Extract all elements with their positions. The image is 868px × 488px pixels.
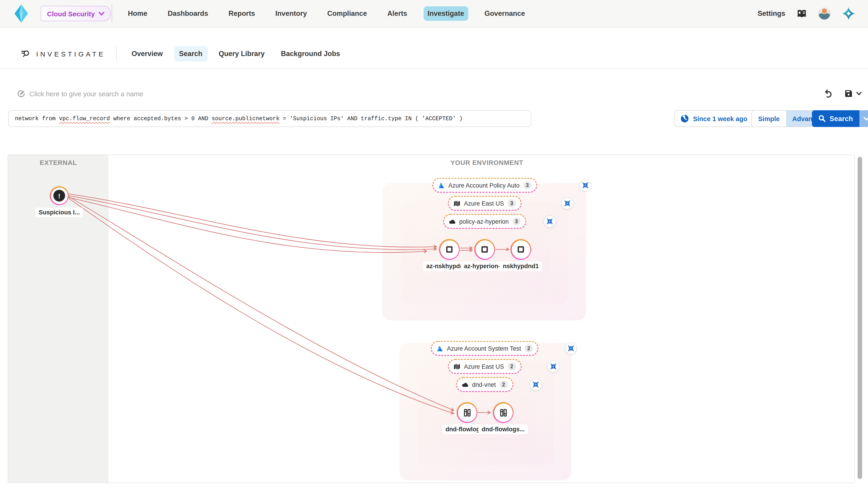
- count-badge: 3: [523, 181, 531, 189]
- top-nav-right: Settings: [758, 7, 855, 20]
- collapse-group-button[interactable]: [544, 215, 556, 228]
- graph-node-flowlogs[interactable]: [493, 402, 514, 423]
- count-badge: 2: [525, 344, 533, 352]
- org-star-logo-icon[interactable]: [842, 7, 855, 20]
- tab-search[interactable]: Search: [174, 46, 207, 61]
- query-input[interactable]: network from vpc.flow_record where accep…: [8, 110, 531, 127]
- tab-query-library[interactable]: Query Library: [214, 46, 270, 61]
- flow-logs-icon: [499, 408, 507, 417]
- section-title: INVESTIGATE: [36, 50, 105, 58]
- group-pill-region[interactable]: Azure East US 2: [449, 360, 520, 373]
- collapse-group-button[interactable]: [547, 360, 559, 372]
- collapse-group-button[interactable]: [561, 197, 574, 209]
- vm-square-icon: [480, 246, 489, 254]
- vm-square-icon: [445, 246, 454, 254]
- flow-logs-icon: [463, 408, 471, 417]
- group-pill-vnet[interactable]: policy-az-hyperion 3: [444, 215, 525, 228]
- nav-item-reports[interactable]: Reports: [224, 6, 259, 21]
- settings-link[interactable]: Settings: [758, 9, 785, 18]
- nav-item-compliance[interactable]: Compliance: [323, 6, 371, 21]
- count-badge: 2: [508, 362, 516, 370]
- group-pill-vnet[interactable]: dnd-vnet 2: [457, 378, 512, 391]
- lacework-logo-icon: [13, 4, 29, 23]
- investigate-tabs: Overview Search Query Library Background…: [127, 46, 345, 61]
- edit-pencil-icon: [17, 90, 25, 98]
- search-options-caret[interactable]: [859, 110, 868, 127]
- graph-node-vm[interactable]: [474, 239, 495, 260]
- external-title: EXTERNAL: [40, 159, 77, 166]
- external-suspicious-ips-node[interactable]: !: [50, 186, 69, 205]
- docs-book-icon[interactable]: [797, 9, 807, 18]
- undo-icon[interactable]: [824, 89, 833, 98]
- azure-icon: [438, 182, 445, 189]
- nav-item-alerts[interactable]: Alerts: [383, 6, 411, 21]
- divider: [116, 46, 117, 61]
- graph-node-vm[interactable]: [510, 239, 531, 260]
- top-nav: Cloud Security Home Dashboards Reports I…: [0, 0, 868, 28]
- nav-item-governance[interactable]: Governance: [480, 6, 529, 21]
- alert-exclamation-icon: !: [53, 190, 65, 201]
- count-badge: 3: [513, 217, 521, 225]
- save-search-button[interactable]: [844, 89, 862, 98]
- group-pill-azure-account[interactable]: Azure Account Policy Auto 3: [433, 179, 536, 192]
- clock-icon: [680, 114, 689, 123]
- cloud-icon: [462, 381, 468, 388]
- chevron-down-icon: [98, 11, 104, 15]
- cloud-icon: [449, 218, 456, 225]
- nav-item-investigate[interactable]: Investigate: [423, 6, 468, 21]
- search-icon: [818, 115, 826, 123]
- collapse-arrows-icon: [546, 218, 553, 225]
- nav-item-inventory[interactable]: Inventory: [271, 6, 311, 21]
- query-token: = 'Suspicious IPs' AND traffic.type IN (…: [279, 116, 463, 122]
- cloud-security-app: Cloud Security Home Dashboards Reports I…: [0, 0, 868, 488]
- collapse-group-button[interactable]: [565, 342, 577, 355]
- group-pill-label: Azure Account System Test: [447, 345, 521, 352]
- node-label: dnd-flowlogs...: [478, 424, 528, 434]
- query-token-unknown-field: source.publicnetwork: [212, 116, 279, 122]
- search-name-field[interactable]: Click here to give your search a name: [17, 90, 143, 98]
- group-pill-label: Azure Account Policy Auto: [448, 182, 520, 189]
- graph-node-vm[interactable]: [439, 239, 460, 260]
- group-pill-azure-account[interactable]: Azure Account System Test 2: [432, 342, 537, 355]
- group-pill-label: dnd-vnet: [472, 381, 496, 388]
- search-button[interactable]: Search: [812, 110, 859, 127]
- primary-nav: Home Dashboards Reports Inventory Compli…: [124, 6, 529, 21]
- tab-overview[interactable]: Overview: [127, 46, 168, 61]
- group-pill-label: policy-az-hyperion: [459, 218, 508, 225]
- count-badge: 3: [508, 199, 516, 207]
- graph-canvas[interactable]: EXTERNAL YOUR ENVIRONMENT: [8, 155, 855, 483]
- nav-item-dashboards[interactable]: Dashboards: [164, 6, 212, 21]
- node-label: nskhypdnd1: [500, 261, 542, 271]
- mode-simple-button[interactable]: Simple: [752, 111, 786, 127]
- chevron-down-icon: [856, 92, 862, 96]
- search-name-placeholder: Click here to give your search a name: [29, 90, 143, 97]
- collapse-group-button[interactable]: [579, 179, 592, 191]
- query-token: where accepted.bytes > 0 AND: [110, 116, 212, 122]
- time-range-label: Since 1 week ago: [693, 115, 747, 122]
- collapse-arrows-icon: [582, 182, 589, 189]
- group-pill-label: Azure East US: [464, 363, 504, 370]
- graph-node-flowlogs[interactable]: [457, 402, 477, 423]
- region-map-icon: [454, 363, 460, 370]
- collapse-arrows-icon: [532, 381, 539, 388]
- azure-icon: [436, 345, 443, 352]
- tab-background-jobs[interactable]: Background Jobs: [276, 46, 345, 61]
- product-switcher[interactable]: Cloud Security: [41, 6, 111, 21]
- save-floppy-icon: [844, 89, 853, 98]
- group-pill-label: Azure East US: [464, 200, 504, 207]
- collapse-arrows-icon: [550, 363, 557, 370]
- user-avatar[interactable]: [818, 7, 831, 20]
- app-window: Cloud Security Home Dashboards Reports I…: [0, 0, 868, 488]
- group-pill-region[interactable]: Azure East US 3: [449, 197, 520, 210]
- search-button-label: Search: [830, 115, 853, 123]
- time-range-selector[interactable]: Since 1 week ago: [675, 110, 763, 127]
- vm-square-icon: [517, 246, 525, 254]
- nav-item-home[interactable]: Home: [124, 6, 151, 21]
- divider: [112, 5, 112, 22]
- collapse-group-button[interactable]: [530, 379, 542, 391]
- collapse-arrows-icon: [564, 200, 571, 207]
- query-token-unknown-field: vpc.flow_record: [59, 116, 110, 122]
- environment-title: YOUR ENVIRONMENT: [451, 159, 523, 166]
- search-list-icon: [21, 49, 30, 58]
- vertical-scrollbar[interactable]: [858, 157, 862, 479]
